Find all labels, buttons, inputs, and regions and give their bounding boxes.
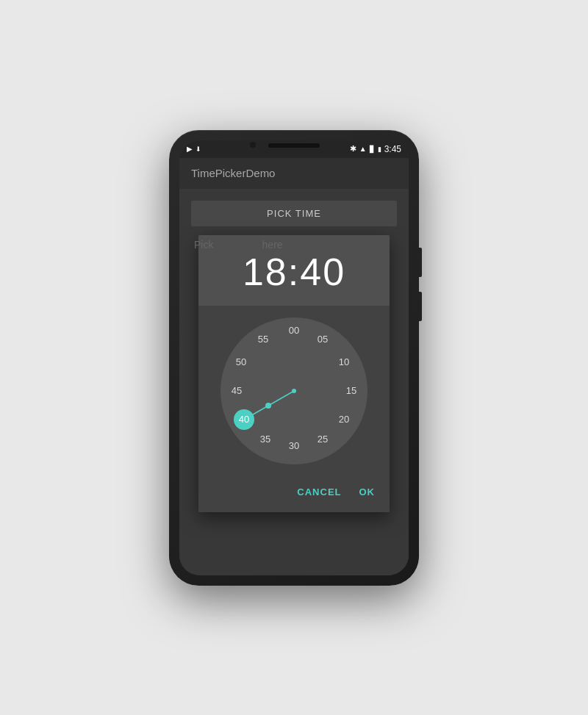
wifi-icon: ▲: [359, 145, 367, 153]
placeholder-text: Pick here: [194, 239, 283, 251]
clock-container[interactable]: 00 05 10 15 20 25: [220, 317, 368, 464]
status-right-icons: ✱ ▲ ▊ ▮ 3:45: [350, 144, 401, 154]
svg-line-1: [249, 391, 294, 417]
clock-num-30[interactable]: 30: [287, 439, 301, 453]
app-bar: TimePickerDemo: [179, 158, 409, 189]
volume-down-button: [419, 292, 422, 321]
clock-num-25[interactable]: 25: [315, 432, 330, 447]
app-content: PICK TIME Pick here 18:40: [179, 189, 409, 575]
app-title: TimePickerDemo: [191, 167, 275, 179]
volume-up-button: [419, 248, 422, 277]
pick-time-button[interactable]: PICK TIME: [191, 201, 397, 226]
timepicker-actions: CANCEL OK: [198, 476, 390, 512]
clock-num-40[interactable]: 40: [234, 409, 254, 430]
clock-num-50[interactable]: 50: [234, 355, 248, 370]
phone-frame: ▶ ⬇ ✱ ▲ ▊ ▮ 3:45 TimePickerDemo PICK TIM…: [169, 130, 419, 586]
clock-num-20[interactable]: 20: [337, 412, 351, 427]
notification-icon: ▶: [187, 145, 193, 153]
clock-num-10[interactable]: 10: [337, 355, 351, 370]
timepicker-body: 00 05 10 15 20 25: [198, 306, 390, 476]
phone-camera: [250, 142, 256, 148]
signal-icon: ▊: [370, 145, 375, 153]
phone-screen: ▶ ⬇ ✱ ▲ ▊ ▮ 3:45 TimePickerDemo PICK TIM…: [179, 140, 409, 575]
clock-num-00[interactable]: 00: [287, 323, 301, 338]
screen-content: ▶ ⬇ ✱ ▲ ▊ ▮ 3:45 TimePickerDemo PICK TIM…: [179, 140, 409, 575]
svg-point-2: [265, 403, 271, 409]
timepicker-dialog: 18:40: [198, 235, 390, 512]
clock-num-05[interactable]: 05: [315, 332, 330, 347]
ok-button[interactable]: OK: [356, 482, 379, 502]
clock-num-35[interactable]: 35: [258, 432, 273, 447]
status-time: 3:45: [384, 144, 401, 154]
phone-speaker: [268, 143, 320, 148]
cancel-button[interactable]: CANCEL: [294, 482, 344, 502]
clock-num-55[interactable]: 55: [256, 332, 270, 347]
timepicker-display-time: 18:40: [243, 250, 345, 294]
clock-num-45[interactable]: 45: [229, 384, 244, 398]
clock-face[interactable]: 00 05 10 15 20 25: [220, 317, 368, 464]
bluetooth-icon: ✱: [350, 144, 356, 154]
status-left-icons: ▶ ⬇: [187, 145, 201, 153]
clock-num-15[interactable]: 15: [344, 384, 359, 398]
battery-icon: ▮: [378, 145, 381, 153]
download-icon: ⬇: [196, 145, 201, 153]
